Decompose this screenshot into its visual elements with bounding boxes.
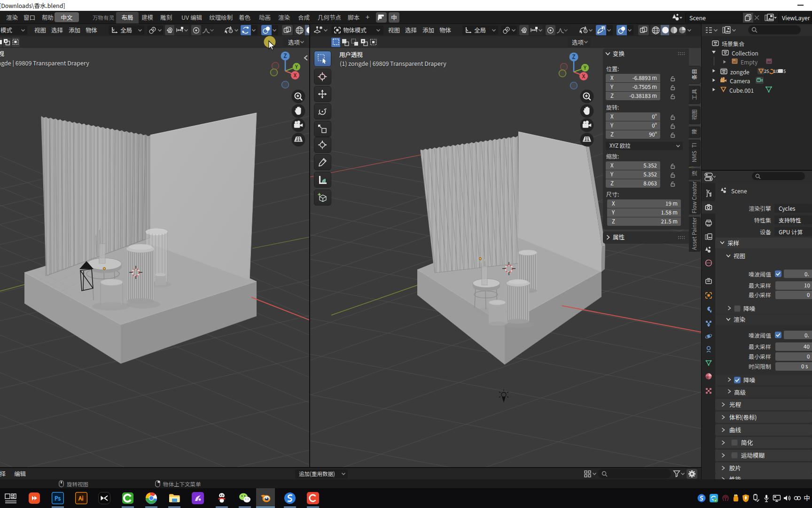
svg-text:Z: Z bbox=[572, 53, 576, 60]
svg-text:X: X bbox=[582, 72, 586, 79]
svg-text:Z: Z bbox=[284, 52, 287, 59]
svg-text:Ps: Ps bbox=[55, 494, 61, 502]
svg-text:10: 10 bbox=[773, 68, 779, 74]
svg-text:X: X bbox=[293, 71, 297, 79]
svg-text:Y: Y bbox=[583, 64, 586, 71]
svg-text:5: 5 bbox=[783, 68, 786, 74]
svg-text:Y: Y bbox=[295, 63, 298, 70]
svg-text:25: 25 bbox=[764, 68, 769, 74]
svg-text:Ai: Ai bbox=[78, 494, 84, 502]
